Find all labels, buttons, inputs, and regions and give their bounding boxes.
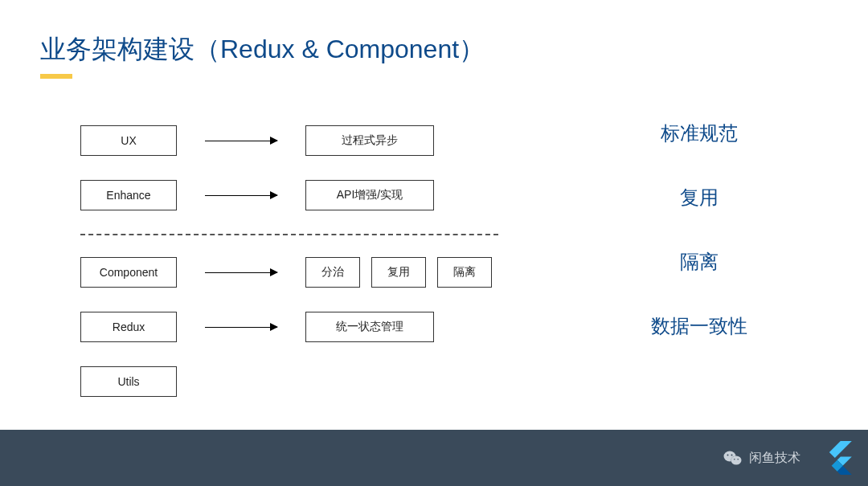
wechat-icon xyxy=(723,450,743,466)
title-accent-bar xyxy=(40,74,72,79)
box-enhance: Enhance xyxy=(80,180,177,210)
principle-label: 复用 xyxy=(619,185,780,210)
slide-title: 业务架构建设（Redux & Component） xyxy=(40,32,485,67)
architecture-diagram: UX 过程式异步 Enhance API增强/实现 Component 分治 复… xyxy=(80,125,498,420)
box-component-cell: 分治 xyxy=(305,257,360,288)
box-redux: Redux xyxy=(80,312,177,342)
svg-point-6 xyxy=(737,459,739,460)
box-redux-target: 统一状态管理 xyxy=(305,312,434,342)
arrow-icon xyxy=(193,141,289,141)
box-component: Component xyxy=(80,257,177,288)
row-redux: Redux 统一状态管理 xyxy=(80,311,498,343)
row-component: Component 分治 复用 隔离 xyxy=(80,256,498,288)
svg-point-5 xyxy=(734,459,735,460)
footer: 闲鱼技术 xyxy=(0,430,868,486)
box-utils: Utils xyxy=(80,366,177,397)
box-component-cell: 隔离 xyxy=(437,257,492,288)
row-ux: UX 过程式异步 xyxy=(80,125,498,157)
row-utils: Utils xyxy=(80,366,498,398)
arrow-icon xyxy=(193,327,289,328)
row-enhance: Enhance API增强/实现 xyxy=(80,179,498,211)
svg-point-3 xyxy=(727,455,729,456)
principle-label: 隔离 xyxy=(619,249,780,275)
principles-list: 标准规范 复用 隔离 数据一致性 xyxy=(619,120,780,378)
svg-point-2 xyxy=(731,456,742,465)
box-ux: UX xyxy=(80,125,177,156)
arrow-icon xyxy=(193,272,289,273)
footer-brand: 闲鱼技术 xyxy=(749,450,800,467)
divider-dashed xyxy=(80,234,498,235)
principle-label: 标准规范 xyxy=(619,120,780,146)
principle-label: 数据一致性 xyxy=(619,313,780,339)
box-enhance-target: API增强/实现 xyxy=(305,180,434,210)
box-ux-target: 过程式异步 xyxy=(305,125,434,156)
box-component-cell: 复用 xyxy=(371,257,426,288)
svg-point-4 xyxy=(731,455,733,456)
flutter-logo-icon xyxy=(825,441,852,475)
arrow-icon xyxy=(193,195,289,196)
